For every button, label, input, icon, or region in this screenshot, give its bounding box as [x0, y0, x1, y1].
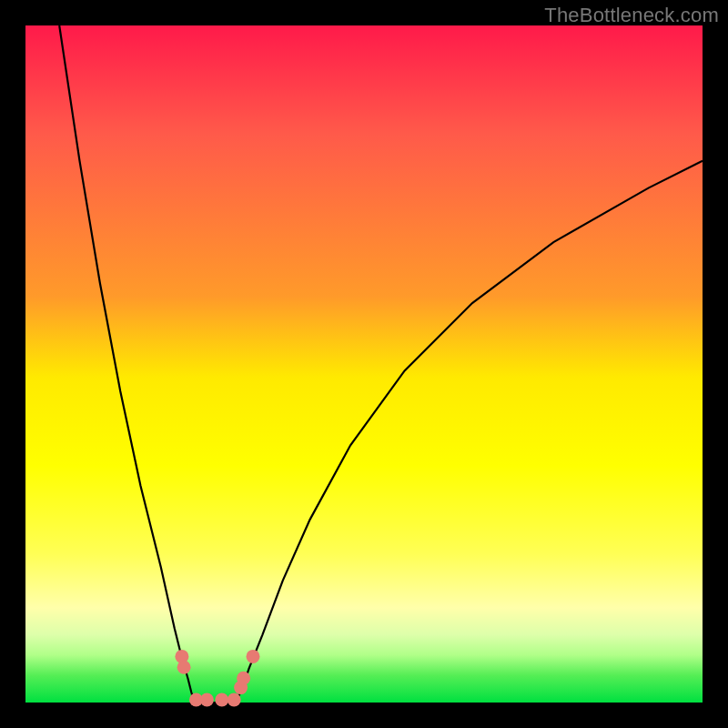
marker-dot — [247, 650, 260, 663]
marker-dot — [237, 672, 250, 685]
marker-dot — [215, 693, 228, 707]
marker-dot — [200, 693, 214, 707]
marker-dot — [228, 693, 241, 707]
marker-dot — [177, 661, 191, 674]
curve-layer — [25, 25, 703, 703]
chart-frame: TheBottleneck.com — [0, 0, 728, 728]
bottleneck-curve — [59, 25, 703, 703]
watermark-text: TheBottleneck.com — [544, 4, 719, 27]
